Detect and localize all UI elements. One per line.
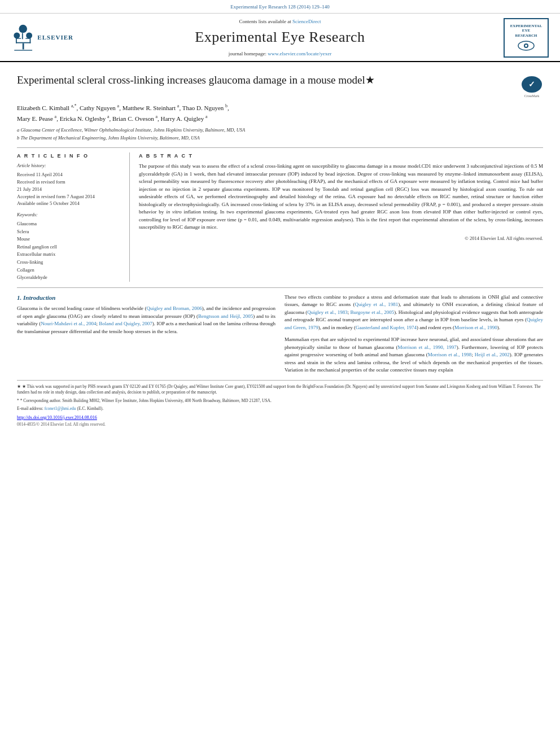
page: Experimental Eye Research 128 (2014) 129… xyxy=(0,0,560,747)
elsevier-logo: ELSEVIER xyxy=(11,24,73,52)
keyword-rgc: Retinal ganglion cell xyxy=(17,243,123,251)
article-title: Experimental scleral cross-linking incre… xyxy=(17,73,512,88)
ref-heijl[interactable]: Heijl et al., 2002 xyxy=(475,352,510,357)
author-names-2: Mary E. Pease a, Ericka N. Oglesby a, Br… xyxy=(17,115,207,122)
ref-bengtsson-heijl[interactable]: Bengtsson and Heijl, 2005 xyxy=(198,313,253,319)
history-received: Received 11 April 2014 xyxy=(17,171,123,178)
affiliations: a Glaucoma Center of Excellence, Wilmer … xyxy=(17,127,543,142)
keyword-mouse: Mouse xyxy=(17,235,123,243)
ref-gaasterland[interactable]: Gaasterland and Kupfer, 1974 xyxy=(356,325,417,330)
journal-citation-bar: Experimental Eye Research 128 (2014) 129… xyxy=(0,0,560,14)
article-info-column: A R T I C L E I N F O Article history: R… xyxy=(17,152,130,282)
affiliation-b: b The Department of Mechanical Engineeri… xyxy=(17,135,543,142)
history-label: Article history: xyxy=(17,163,123,169)
email-link[interactable]: fconet1@jhmi.edu xyxy=(45,406,76,411)
crossmark-badge[interactable]: ✓ CrossMark xyxy=(520,76,543,99)
ref-burgoyne[interactable]: Burgoyne et al., 2005 xyxy=(351,309,395,315)
email-note: (E.C. Kimball). xyxy=(77,406,103,411)
ref-quigley-1981[interactable]: Quigley et al., 1981 xyxy=(355,302,398,307)
logo-line2: EYE xyxy=(522,28,530,33)
svg-point-13 xyxy=(525,45,527,47)
homepage-label: journal homepage: xyxy=(229,51,266,56)
copyright-line: © 2014 Elsevier Ltd. All rights reserved… xyxy=(139,235,543,242)
journal-citation: Experimental Eye Research 128 (2014) 129… xyxy=(230,4,330,10)
doi-line[interactable]: http://dx.doi.org/10.1016/j.exer.2014.08… xyxy=(17,414,543,421)
intro-paragraph-3: Mammalian eyes that are subjected to exp… xyxy=(285,336,543,374)
author-line-2: Mary E. Pease a, Ericka N. Oglesby a, Br… xyxy=(17,113,543,124)
footnote-star-symbol: ★ xyxy=(17,384,22,389)
abstract-header: A B S T R A C T xyxy=(139,152,543,160)
keyword-ecm: Extracellular matrix xyxy=(17,251,123,259)
intro-right-col: These two effects combine to produce a s… xyxy=(285,294,543,374)
svg-point-7 xyxy=(19,24,27,33)
svg-rect-0 xyxy=(23,43,24,49)
footnote-corresponding: * * Corresponding author. Smith Building… xyxy=(17,398,543,404)
svg-rect-6 xyxy=(22,33,23,39)
intro-paragraph-1: Glaucoma is the second leading cause of … xyxy=(17,305,275,335)
section-divider xyxy=(17,287,543,288)
keyword-glaucoma: Glaucoma xyxy=(17,220,123,228)
intro-left-col: 1. Introduction Glaucoma is the second l… xyxy=(17,294,275,374)
history-revised-date: 21 July 2014 xyxy=(17,186,123,193)
ref-quigley-1983[interactable]: Quigley et al., 1983 xyxy=(307,309,347,315)
keyword-collagen: Collagen xyxy=(17,267,123,274)
journal-title: Experimental Eye Research xyxy=(73,27,487,47)
doi-link[interactable]: http://dx.doi.org/10.1016/j.exer.2014.08… xyxy=(17,415,97,420)
ref-nouri-mahdavi[interactable]: Nouri-Mahdavi et al., 2004 xyxy=(41,321,96,326)
journal-homepage-link[interactable]: www.elsevier.com/locate/yexer xyxy=(268,51,331,56)
keywords-section: Keywords: Glaucoma Sclera Mouse Retinal … xyxy=(17,212,123,282)
abstract-section: The purpose of this study was to assess … xyxy=(139,163,543,242)
svg-point-9 xyxy=(26,32,32,38)
article-history: Article history: Received 11 April 2014 … xyxy=(17,163,123,207)
authors-section: Elizabeth C. Kimball a,*, Cathy Nguyen a… xyxy=(17,103,543,124)
contents-label: Contents lists available at xyxy=(239,19,291,24)
article-info-header: A R T I C L E I N F O xyxy=(17,152,123,160)
intro-header: 1. Introduction xyxy=(17,294,275,302)
svg-rect-10 xyxy=(14,50,32,50)
journal-homepage-line: journal homepage: www.elsevier.com/locat… xyxy=(73,50,487,58)
footnotes-area: ★ ★ This work was supported in part by P… xyxy=(17,380,543,428)
contents-available-line: Contents lists available at ScienceDirec… xyxy=(73,18,487,25)
header-center: Contents lists available at ScienceDirec… xyxy=(73,18,487,58)
intro-paragraph-2: These two effects combine to produce a s… xyxy=(285,294,543,332)
svg-rect-4 xyxy=(30,38,31,43)
header-left: ELSEVIER xyxy=(11,24,73,52)
ref-quigley-broman[interactable]: Quigley and Broman, 2006 xyxy=(146,305,202,311)
abstract-column: A B S T R A C T The purpose of this stud… xyxy=(139,152,543,282)
history-online: Available online 5 October 2014 xyxy=(17,200,123,207)
svg-point-8 xyxy=(14,32,20,38)
footnote-star: ★ ★ This work was supported in part by P… xyxy=(17,384,543,396)
ref-morrison-1990-2[interactable]: Morrison et al., 1990, 1997 xyxy=(398,344,457,350)
article-title-section: Experimental scleral cross-linking incre… xyxy=(17,73,543,99)
keywords-label: Keywords: xyxy=(17,212,123,219)
sciencedirect-link[interactable]: ScienceDirect xyxy=(292,19,321,24)
affiliation-a: a Glaucoma Center of Excellence, Wilmer … xyxy=(17,127,543,134)
ref-boland-quigley[interactable]: Boland and Quigley, 2007 xyxy=(99,321,152,326)
keyword-glyceraldehyde: Glyceraldehyde xyxy=(17,274,123,282)
crossmark-label: CrossMark xyxy=(524,94,540,98)
intro-title: Introduction xyxy=(23,294,55,301)
history-accepted: Accepted in revised form 7 August 2014 xyxy=(17,193,123,200)
svg-rect-2 xyxy=(16,38,17,43)
footnote-star-text: ★ This work was supported in part by PHS… xyxy=(17,384,541,395)
ref-morrison-1998[interactable]: Morrison et al., 1998 xyxy=(428,352,472,357)
intro-number: 1. xyxy=(17,294,23,301)
ref-morrison-1990[interactable]: Morrison et al., 1990 xyxy=(454,325,497,330)
author-names-1: Elizabeth C. Kimball a,*, Cathy Nguyen a… xyxy=(17,104,229,111)
footnote-email: E-mail address: fconet1@jhmi.edu (E.C. K… xyxy=(17,406,543,412)
logo-line1: EXPERIMENTAL xyxy=(510,24,542,28)
footnote-corresponding-text: * Corresponding author. Smith Building M… xyxy=(20,398,272,403)
elsevier-tree-icon xyxy=(11,24,35,52)
logo-line3: RESEARCH xyxy=(515,33,537,38)
svg-rect-1 xyxy=(16,42,30,43)
introduction-section: 1. Introduction Glaucoma is the second l… xyxy=(17,294,543,374)
keyword-sclera: Sclera xyxy=(17,228,123,236)
issn-line: 0014-4835/© 2014 Elsevier Ltd. All right… xyxy=(17,422,543,428)
journal-logo-box: EXPERIMENTAL EYE RESEARCH xyxy=(504,18,549,58)
email-label: E-mail address: xyxy=(17,406,43,411)
elsevier-name: ELSEVIER xyxy=(37,33,73,42)
author-line-1: Elizabeth C. Kimball a,*, Cathy Nguyen a… xyxy=(17,103,543,113)
history-revised-label: Received in revised form xyxy=(17,178,123,186)
main-content: Experimental scleral cross-linking incre… xyxy=(0,62,560,434)
abstract-text: The purpose of this study was to assess … xyxy=(139,163,543,231)
